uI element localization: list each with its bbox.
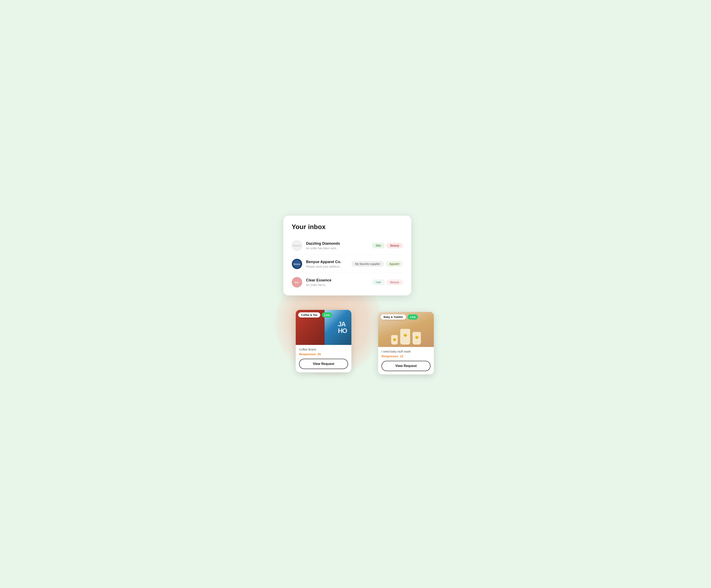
item-tags-benyue: My favorite supplier Apparel xyxy=(351,261,403,267)
tag-hair: Hair xyxy=(372,279,385,285)
boba-cup-small: 😊 xyxy=(391,335,398,345)
baby-view-request-button[interactable]: View Request xyxy=(382,361,431,371)
boba-cup-large: 😊 xyxy=(400,329,411,345)
coffee-card-desc: Coffee Brand xyxy=(299,348,348,351)
avatar-benyue: Benyue xyxy=(292,258,302,269)
scene: Your inbox lifesport2u Dazzling Diamonds… xyxy=(283,216,428,372)
tag-beauty2: Beauty xyxy=(386,279,403,285)
avatar-clear-essence: Bab's xyxy=(292,277,302,288)
tag-favorite-supplier: My favorite supplier xyxy=(351,261,384,267)
boba-face-large: 😊 xyxy=(404,334,407,337)
baby-category-badge: Baby & Toddler xyxy=(381,314,406,319)
coffee-badge-row: Coffee & Tea Live xyxy=(298,312,332,317)
benyue-avatar-icon: Benyue xyxy=(292,258,302,269)
baby-live-badge: Live xyxy=(408,314,418,319)
item-preview-dazzling: An order has been sent... xyxy=(306,247,368,250)
inbox-item-benyue[interactable]: Benyue Benyue Apparel Co. Please send yo… xyxy=(292,255,403,273)
clearessence-avatar-icon: Bab's xyxy=(292,277,302,288)
item-info-dazzling: Dazzling Diamonds An order has been sent… xyxy=(306,241,368,250)
baby-badge-row: Baby & Toddler Live xyxy=(381,314,418,319)
svg-text:Benyue: Benyue xyxy=(294,263,300,265)
baby-responses: Responses: 12 xyxy=(382,354,431,358)
product-card-coffee: JAHO Coffee & Tea Live Coffee Brand Resp… xyxy=(296,310,351,372)
tag-beauty: Beauty xyxy=(386,243,403,248)
item-name-dazzling: Dazzling Diamonds xyxy=(306,241,368,246)
baby-card-desc: I need baby stuff made xyxy=(382,350,431,353)
coffee-view-request-button[interactable]: View Request xyxy=(299,359,348,369)
tag-apparel: Apparel xyxy=(386,261,403,267)
avatar-dazzling-diamonds: lifesport2u xyxy=(292,240,302,251)
svg-text:Bab's: Bab's xyxy=(295,281,299,284)
coffee-text-overlay: JAHO xyxy=(338,321,347,334)
item-tags-dazzling: Skin Beauty xyxy=(372,243,403,248)
item-preview-benyue: Please send your address... xyxy=(306,265,348,268)
baby-card-image: 😊 😊 😊 Baby & Toddler Live xyxy=(378,312,434,347)
item-name-clearessence: Clear Essence xyxy=(306,278,368,282)
inbox-title: Your inbox xyxy=(292,223,403,231)
coffee-responses: Responses: 25 xyxy=(299,352,348,356)
coffee-card-body: Coffee Brand Responses: 25 View Request xyxy=(296,345,351,372)
boba-face-medium: 😊 xyxy=(415,336,418,339)
inbox-card: Your inbox lifesport2u Dazzling Diamonds… xyxy=(283,216,411,295)
inbox-item-clear-essence[interactable]: Bab's Clear Essence An order has b... Ha… xyxy=(292,273,403,291)
partial-tags-clearessence: Hair Beauty xyxy=(372,279,403,285)
boba-cup-medium: 😊 xyxy=(412,332,421,345)
product-card-baby: 😊 😊 😊 Baby & Toddler Live I need baby st… xyxy=(378,312,434,374)
inbox-item-dazzling-diamonds[interactable]: lifesport2u Dazzling Diamonds An order h… xyxy=(292,236,403,255)
item-preview-clearessence: An order has b... xyxy=(306,283,368,287)
item-info-benyue: Benyue Apparel Co. Please send your addr… xyxy=(306,260,348,268)
item-info-clearessence: Clear Essence An order has b... xyxy=(306,278,368,287)
coffee-card-image: JAHO Coffee & Tea Live xyxy=(296,310,351,345)
baby-card-body: I need baby stuff made Responses: 12 Vie… xyxy=(378,347,434,374)
boba-cups-illustration: 😊 😊 😊 xyxy=(391,329,421,345)
coffee-live-badge: Live xyxy=(322,312,332,317)
coffee-category-badge: Coffee & Tea xyxy=(298,312,320,317)
item-name-benyue: Benyue Apparel Co. xyxy=(306,260,348,264)
tag-skin: Skin xyxy=(372,243,385,248)
boba-face-small: 😊 xyxy=(393,338,396,341)
